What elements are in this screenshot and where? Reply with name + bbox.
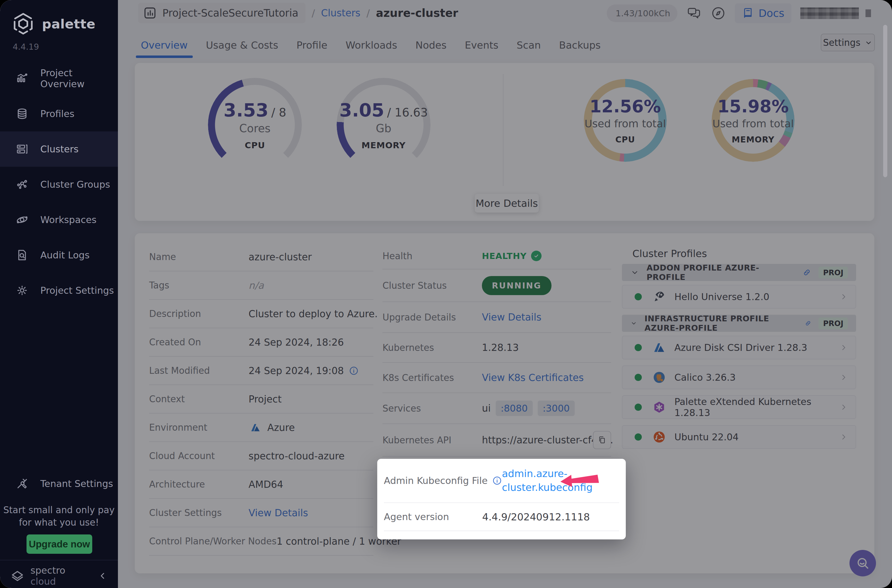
status-dot <box>635 293 642 300</box>
status-dot <box>635 404 642 411</box>
chevron-down-icon <box>864 38 872 46</box>
azure-icon <box>249 422 262 434</box>
metrics-card: 3.53/ 8 Cores CPU 3.05/ 16.63 Gb MEMORY … <box>135 63 874 221</box>
tools-icon <box>15 477 29 490</box>
tab-overview[interactable]: Overview <box>141 39 188 51</box>
detail-value: azure-cluster <box>249 252 312 262</box>
user-menu-redacted[interactable] <box>800 8 859 19</box>
tab-workloads[interactable]: Workloads <box>345 39 397 51</box>
upsell-text: Start small and only pay for what you us… <box>0 504 118 529</box>
chevron-right-icon <box>839 292 848 302</box>
detail-link[interactable]: View Details <box>482 312 542 323</box>
agent-version-label: Agent version <box>384 511 449 522</box>
tab-nodes[interactable]: Nodes <box>415 39 446 51</box>
admin-kubeconfig-row: Admin Kubeconfig File admin.azure- clust… <box>384 459 619 502</box>
copy-icon[interactable] <box>593 431 611 449</box>
book-icon <box>742 7 754 20</box>
cluster-profiles-panel: Cluster Profiles ADDON PROFILE AZURE-PRO… <box>622 243 856 455</box>
chevron-down-icon <box>630 268 639 277</box>
azure-icon <box>652 340 666 354</box>
detail-row: Control Plane/Worker Nodes 1 control-pla… <box>149 527 373 556</box>
sidebar-item-project-overview[interactable]: Project Overview <box>0 61 118 96</box>
profile-layer-row[interactable]: Calico 3.26.3 <box>622 366 856 389</box>
detail-row: Description Cluster to deploy to Azure. <box>149 300 373 328</box>
rocket-icon <box>652 290 666 304</box>
profile-layer-row[interactable]: Ubuntu 22.04 <box>622 425 856 449</box>
detail-link[interactable]: View K8s Certificates <box>482 372 584 383</box>
collapse-sidebar-icon[interactable] <box>97 570 108 581</box>
agent-version-row: Agent version 4.4.9/20240912.1118 <box>384 503 619 531</box>
detail-label: Services <box>383 403 482 414</box>
sidebar-item-clusters[interactable]: Clusters <box>0 131 118 167</box>
sidebar-item-tenant-settings[interactable]: Tenant Settings <box>0 466 118 501</box>
detail-label: Name <box>149 252 249 262</box>
detail-label: K8s Certificates <box>383 372 482 383</box>
detail-row: Kubernetes API https://azure-cluster-cf4… <box>383 424 611 457</box>
cpu-gauge-label: CPU <box>245 140 265 150</box>
app-version: 4.4.19 <box>13 42 39 52</box>
detail-link[interactable]: View Details <box>249 507 308 518</box>
sidebar-item-project-settings[interactable]: Project Settings <box>0 273 118 308</box>
app-window: palette 4.4.19 Project Overview Profiles… <box>0 0 892 588</box>
settings-label: Settings <box>823 37 860 48</box>
sidebar-item-label: Audit Logs <box>40 249 90 261</box>
sidebar-item-label: Tenant Settings <box>40 478 113 489</box>
tab-events[interactable]: Events <box>465 39 499 51</box>
service-port-link[interactable]: :8080 <box>496 400 533 416</box>
memory-used: 3.05 <box>339 100 384 121</box>
breadcrumb-clusters-link[interactable]: Clusters <box>321 8 360 18</box>
more-details-button[interactable]: More Details <box>475 194 539 213</box>
compass-icon[interactable] <box>710 6 726 21</box>
profile-group-title: INFRASTRUCTURE PROFILE AZURE-PROFILE <box>644 314 797 333</box>
page-scrollbar[interactable] <box>883 25 887 177</box>
detail-value: spectro-cloud-azure <box>249 450 345 462</box>
detail-label: Kubernetes API <box>383 435 482 446</box>
info-icon[interactable] <box>492 476 502 486</box>
breadcrumb-cluster-name: azure-cluster <box>376 7 458 20</box>
sidebar-item-cluster-groups[interactable]: Cluster Groups <box>0 167 118 202</box>
detail-row: Upgrade Details View Details <box>383 302 611 333</box>
detail-value: Project <box>249 394 282 405</box>
profile-group-header[interactable]: ADDON PROFILE AZURE-PROFILE PROJ <box>622 264 856 281</box>
sidebar-item-label: Project Overview <box>40 68 118 90</box>
memory-usage-percent: 15.98% <box>718 96 789 117</box>
cpu-usage-percent: 12.56% <box>590 96 661 117</box>
tab-usage-costs[interactable]: Usage & Costs <box>206 39 278 51</box>
profile-group-header[interactable]: INFRASTRUCTURE PROFILE AZURE-PROFILE PRO… <box>622 315 856 332</box>
docs-button[interactable]: Docs <box>735 3 791 23</box>
info-icon[interactable] <box>349 366 359 376</box>
sidebar-item-workspaces[interactable]: Workspaces <box>0 202 118 237</box>
search-fab-button[interactable] <box>850 550 876 576</box>
link-icon <box>805 319 812 328</box>
footer-brand-light: cloud <box>30 576 56 587</box>
breadcrumb-project-name: Project-ScaleSecureTutoria <box>162 7 298 19</box>
usage-quota-pill: 1.43/100kCh <box>607 4 677 22</box>
cluster-status-badge: RUNNING <box>482 276 551 295</box>
breadcrumb-separator2: / <box>366 8 370 19</box>
tab-scan[interactable]: Scan <box>517 39 541 51</box>
profile-layer-row[interactable]: Palette eXtended Kubernetes 1.28.13 <box>622 395 856 419</box>
service-port-link[interactable]: :3000 <box>538 400 575 416</box>
server-icon <box>15 142 29 156</box>
pxk-icon <box>652 400 666 414</box>
chat-icon[interactable] <box>686 6 702 21</box>
breadcrumb-project-chip[interactable]: Project-ScaleSecureTutoria <box>138 3 305 23</box>
sidebar-item-audit-logs[interactable]: Audit Logs <box>0 237 118 273</box>
sidebar-item-profiles[interactable]: Profiles <box>0 96 118 131</box>
profile-layer-name: Hello Universe 1.2.0 <box>674 291 839 302</box>
detail-label: Control Plane/Worker Nodes <box>149 536 276 547</box>
chart-icon <box>15 72 29 85</box>
upsell-line1: Start small and only pay <box>0 504 118 516</box>
profile-layer-name: Calico 3.26.3 <box>674 372 839 383</box>
sidebar-divider <box>0 560 118 560</box>
ubuntu-icon <box>652 430 666 444</box>
detail-value: 1.28.13 <box>482 342 519 353</box>
upgrade-now-button[interactable]: Upgrade now <box>27 534 92 554</box>
cpu-total: / 8 <box>271 106 286 119</box>
tab-backups[interactable]: Backups <box>559 39 601 51</box>
profile-layer-row[interactable]: Azure Disk CSI Driver 1.28.3 <box>622 336 856 359</box>
tab-profile[interactable]: Profile <box>296 39 327 51</box>
settings-button[interactable]: Settings <box>821 34 875 51</box>
detail-label: Last Modified <box>149 365 249 376</box>
profile-layer-row[interactable]: Hello Universe 1.2.0 <box>622 285 856 309</box>
